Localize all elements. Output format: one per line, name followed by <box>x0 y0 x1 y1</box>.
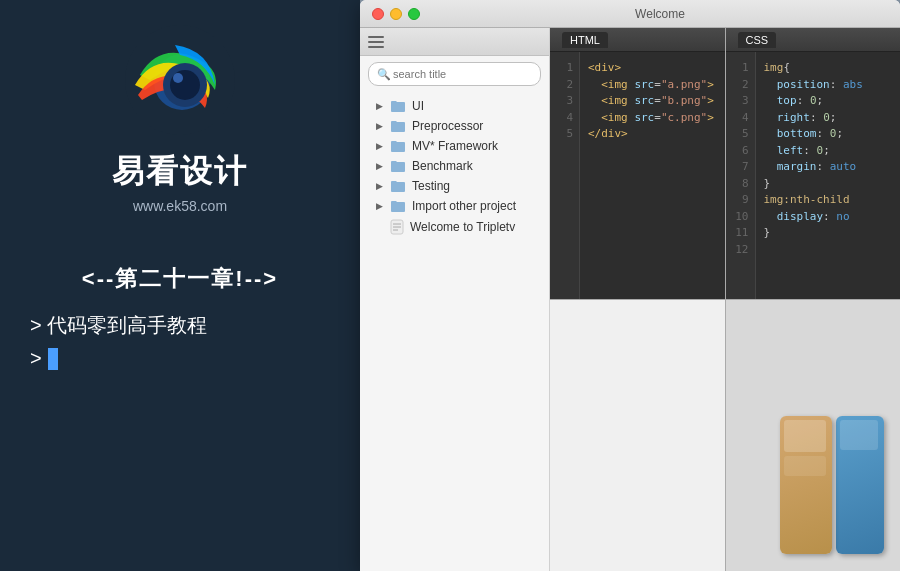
card-front <box>780 416 832 554</box>
code-line: left: 0; <box>764 143 893 160</box>
item-label-preprocessor: Preprocessor <box>412 119 483 133</box>
folder-icon <box>390 159 406 173</box>
code-line: margin: auto <box>764 159 893 176</box>
cursor-bar <box>48 348 58 370</box>
code-line: <img src="c.png"> <box>588 110 717 127</box>
search-box[interactable]: 🔍 <box>368 62 541 86</box>
minimize-button[interactable] <box>390 8 402 20</box>
code-line: position: abs <box>764 77 893 94</box>
folder-icon <box>390 199 406 213</box>
html-code-content: 1 2 3 4 5 <div> <img src="a.png"> <img s… <box>550 52 725 299</box>
code-line: display: no <box>764 209 893 226</box>
hamburger-icon[interactable] <box>368 36 384 48</box>
code-line: </div> <box>588 126 717 143</box>
subtitle-line: > 代码零到高手教程 <box>0 312 360 339</box>
item-label-mv-framework: MV* Framework <box>412 139 498 153</box>
arrow-icon: ▶ <box>376 141 386 151</box>
bottom-left-panel <box>550 300 725 571</box>
chapter-text: <--第二十一章!--> <box>82 264 278 294</box>
code-line: bottom: 0; <box>764 126 893 143</box>
folder-icon <box>390 139 406 153</box>
arrow-icon: ▶ <box>376 121 386 131</box>
css-tab[interactable]: CSS <box>738 32 777 48</box>
card-back <box>836 416 884 554</box>
brand-url: www.ek58.com <box>133 198 227 214</box>
css-code-content: 1 2 3 4 5 6 7 8 9 10 11 12 img{ <box>726 52 901 299</box>
code-line: } <box>764 176 893 193</box>
html-panel-header: HTML <box>550 28 725 52</box>
sidebar-item-welcome[interactable]: ▶ Welcome to Tripletv <box>360 216 549 238</box>
maximize-button[interactable] <box>408 8 420 20</box>
html-panel: HTML 1 2 3 4 5 <div> <img src="a.png"> <… <box>550 28 725 299</box>
sidebar-toolbar <box>360 28 549 56</box>
html-code-text: <div> <img src="a.png"> <img src="b.png"… <box>580 52 725 299</box>
line-numbers-css: 1 2 3 4 5 6 7 8 9 10 11 12 <box>726 52 756 299</box>
code-line: right: 0; <box>764 110 893 127</box>
folder-icon <box>390 99 406 113</box>
item-label-ui: UI <box>412 99 424 113</box>
sidebar-item-ui[interactable]: ▶ UI <box>360 96 549 116</box>
search-input[interactable] <box>393 68 532 80</box>
code-line: top: 0; <box>764 93 893 110</box>
code-line: img{ <box>764 60 893 77</box>
folder-icon <box>390 119 406 133</box>
arrow-icon: ▶ <box>376 181 386 191</box>
search-icon: 🔍 <box>377 68 389 80</box>
logo-container: 易看设计 www.ek58.com <box>112 20 248 214</box>
sidebar-item-preprocessor[interactable]: ▶ Preprocessor <box>360 116 549 136</box>
code-line: } <box>764 225 893 242</box>
sidebar: 🔍 ▶ UI ▶ Prepr <box>360 28 550 571</box>
code-line: <div> <box>588 60 717 77</box>
sidebar-items: ▶ UI ▶ Preprocessor ▶ <box>360 92 549 571</box>
code-line: <img src="b.png"> <box>588 93 717 110</box>
line-numbers: 1 2 3 4 5 <box>550 52 580 299</box>
item-label-testing: Testing <box>412 179 450 193</box>
html-tab[interactable]: HTML <box>562 32 608 48</box>
sidebar-item-benchmark[interactable]: ▶ Benchmark <box>360 156 549 176</box>
card-stack <box>780 411 890 561</box>
arrow-icon: ▶ <box>376 161 386 171</box>
cursor-prefix: > <box>30 347 42 370</box>
window-title: Welcome <box>432 7 888 21</box>
item-label-benchmark: Benchmark <box>412 159 473 173</box>
bottom-right-panel <box>726 300 901 571</box>
brand-name: 易看设计 <box>112 150 248 194</box>
close-button[interactable] <box>372 8 384 20</box>
file-icon <box>390 219 404 235</box>
sidebar-item-mv-framework[interactable]: ▶ MV* Framework <box>360 136 549 156</box>
css-panel-header: CSS <box>726 28 901 52</box>
arrow-icon: ▶ <box>376 101 386 111</box>
item-label-welcome: Welcome to Tripletv <box>410 220 515 234</box>
code-line: <img src="a.png"> <box>588 77 717 94</box>
mac-window: Welcome 🔍 ▶ <box>360 0 900 571</box>
css-panel: CSS 1 2 3 4 5 6 7 8 9 10 11 <box>726 28 901 299</box>
code-line: img:nth-child <box>764 192 893 209</box>
sidebar-item-import[interactable]: ▶ Import other project <box>360 196 549 216</box>
folder-icon <box>390 179 406 193</box>
window-titlebar: Welcome <box>360 0 900 28</box>
cursor-line: > <box>0 347 360 370</box>
logo-icon <box>120 20 240 140</box>
item-label-import: Import other project <box>412 199 516 213</box>
sidebar-item-testing[interactable]: ▶ Testing <box>360 176 549 196</box>
code-area: HTML 1 2 3 4 5 <div> <img src="a.png"> <… <box>550 28 900 571</box>
css-code-text: img{ position: abs top: 0; right: 0; bot… <box>756 52 901 299</box>
left-panel: 易看设计 www.ek58.com <--第二十一章!--> > 代码零到高手教… <box>0 0 360 571</box>
traffic-lights <box>372 8 420 20</box>
svg-point-4 <box>173 73 183 83</box>
window-body: 🔍 ▶ UI ▶ Prepr <box>360 28 900 571</box>
arrow-icon: ▶ <box>376 201 386 211</box>
